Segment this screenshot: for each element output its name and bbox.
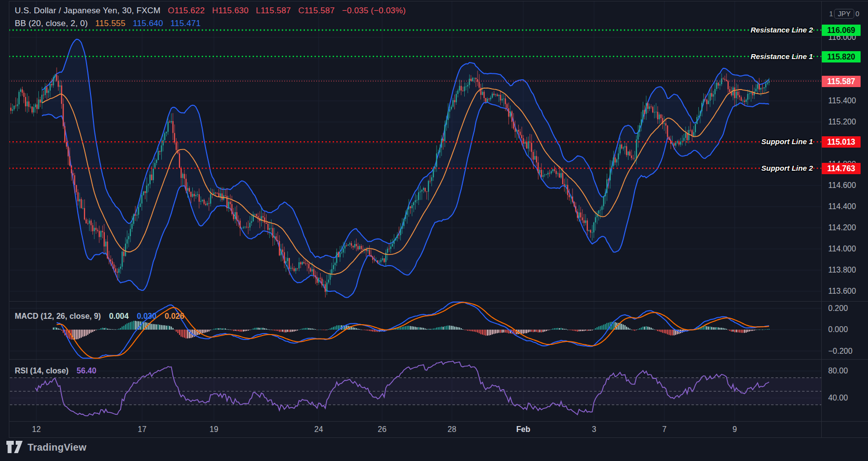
resistance-line-1-label: Resistance Line 1: [750, 51, 813, 62]
time-axis-tick: 12: [19, 425, 54, 434]
currency-toggle-button[interactable]: JPY: [834, 9, 855, 19]
change-value: −0.035 (−0.03%): [342, 6, 406, 15]
time-axis-tick: 17: [125, 425, 159, 434]
macd-label: MACD (12, 26, close, 9): [15, 312, 101, 320]
low-value: 115.587: [261, 6, 291, 15]
chart-canvas[interactable]: [0, 0, 868, 461]
high-label: H: [212, 6, 218, 15]
currency-left-digit: 1: [829, 10, 833, 18]
tradingview-logo-text: TradingView: [28, 442, 87, 453]
tradingview-logo[interactable]: TradingView: [6, 440, 87, 454]
resistance-1-price-tag: 115.820: [822, 51, 861, 62]
time-axis-tick: 26: [365, 425, 399, 434]
open-value: 115.622: [175, 6, 205, 15]
macd-hist-value: 0.004: [109, 312, 129, 320]
resistance-2-price-tag: 116.069: [822, 25, 861, 36]
high-value: 115.630: [218, 6, 249, 15]
currency-right-digit: 0: [855, 10, 859, 18]
price-axis-tick: 113.600: [828, 287, 856, 296]
time-axis-tick: 28: [435, 425, 469, 434]
time-axis-tick: 3: [577, 425, 611, 434]
resistance-line-2-label: Resistance Line 2: [750, 25, 813, 35]
price-axis-tick: 114.600: [828, 181, 856, 190]
macd-legend: MACD (12, 26, close, 9) 0.004 0.030 0.02…: [15, 312, 184, 321]
support-1-price-tag: 115.013: [822, 136, 861, 148]
rsi-axis-tick: 40.00: [828, 394, 848, 402]
bb-basis-value: 115.555: [95, 19, 126, 28]
macd-axis-tick: 0.200: [828, 304, 848, 313]
tradingview-chart-window: U.S. Dollar / Japanese Yen, 30, FXCM O11…: [0, 0, 868, 461]
bb-upper-value: 115.640: [133, 19, 163, 28]
time-axis-tick: 19: [197, 425, 231, 434]
time-axis-tick: 9: [718, 425, 752, 434]
tradingview-logo-icon: [6, 440, 24, 454]
symbol-title: U.S. Dollar / Japanese Yen, 30, FXCM: [15, 6, 160, 15]
macd-axis-tick: 0.000: [828, 325, 848, 334]
bb-lower-value: 115.471: [171, 19, 201, 28]
last-price-tag: 115.587: [822, 76, 861, 87]
price-axis-tick: 115.200: [828, 118, 856, 126]
currency-controls: 1 JPY 0: [829, 9, 859, 19]
rsi-axis-tick: 80.00: [828, 367, 848, 375]
time-axis-tick: 7: [647, 425, 682, 434]
low-label: L: [256, 6, 261, 15]
rsi-legend: RSI (14, close) 56.40: [15, 367, 96, 375]
price-axis-tick: 114.200: [828, 223, 856, 232]
support-line-1-label: Support Line 1: [761, 136, 813, 147]
close-value: 115.587: [304, 6, 335, 15]
symbol-legend: U.S. Dollar / Japanese Yen, 30, FXCM O11…: [15, 6, 406, 16]
price-axis-tick: 114.000: [828, 245, 856, 253]
open-label: O: [168, 6, 174, 15]
price-axis-tick: 115.400: [828, 96, 856, 105]
time-axis-tick: 24: [301, 425, 336, 434]
bb-legend: BB (20, close, 2, 0) 115.555 115.640 115…: [15, 19, 201, 29]
bb-label: BB (20, close, 2, 0): [15, 19, 88, 28]
price-axis-tick: 114.400: [828, 202, 856, 211]
time-axis-tick: Feb: [506, 425, 540, 434]
support-line-2-label: Support Line 2: [761, 163, 813, 174]
support-2-price-tag: 114.763: [822, 163, 861, 174]
macd-line-value: 0.030: [137, 312, 156, 320]
macd-signal-value: 0.026: [165, 312, 184, 320]
close-label: C: [298, 6, 304, 15]
rsi-value: 56.40: [77, 367, 96, 375]
rsi-label: RSI (14, close): [15, 367, 68, 375]
price-axis-tick: 113.800: [828, 266, 856, 275]
macd-axis-tick: −0.200: [828, 347, 852, 356]
